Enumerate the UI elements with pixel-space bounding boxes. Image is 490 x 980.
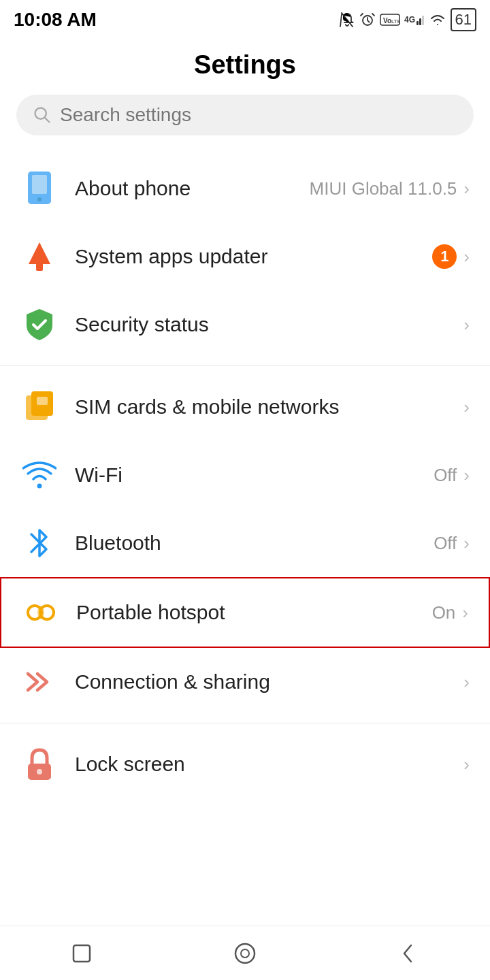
group-display: Lock screen › xyxy=(0,723,490,798)
settings-item-bluetooth[interactable]: Bluetooth Off › xyxy=(0,509,490,577)
search-bar[interactable] xyxy=(16,95,474,135)
svg-rect-11 xyxy=(32,175,47,194)
group-system: About phone MIUI Global 11.0.5 › System … xyxy=(0,154,490,359)
hotspot-icon xyxy=(22,593,60,632)
svg-point-25 xyxy=(241,949,249,958)
settings-item-about-phone[interactable]: About phone MIUI Global 11.0.5 › xyxy=(0,154,490,223)
search-bar-container xyxy=(0,95,490,154)
svg-point-24 xyxy=(235,944,255,963)
svg-point-12 xyxy=(37,197,42,201)
wifi-icon xyxy=(20,456,59,494)
sim-icon xyxy=(20,388,59,426)
back-icon xyxy=(396,941,421,966)
shield-icon xyxy=(20,306,59,344)
svg-point-18 xyxy=(37,484,42,489)
svg-rect-6 xyxy=(419,18,421,25)
connection-chevron: › xyxy=(463,672,470,693)
search-input[interactable] xyxy=(60,104,457,126)
status-time: 10:08 AM xyxy=(14,9,97,31)
hotspot-label: Portable hotspot xyxy=(76,601,225,624)
settings-item-system-apps[interactable]: System apps updater 1 › xyxy=(0,223,490,291)
sim-chevron: › xyxy=(463,397,470,418)
wifi-chevron: › xyxy=(463,465,470,486)
system-apps-badge: 1 xyxy=(432,244,457,269)
svg-rect-7 xyxy=(422,16,424,25)
bluetooth-label: Bluetooth xyxy=(75,532,161,555)
recent-apps-button[interactable] xyxy=(65,937,98,970)
page-title: Settings xyxy=(0,37,490,95)
wifi-value: Off xyxy=(434,465,457,486)
back-button[interactable] xyxy=(392,937,425,970)
svg-rect-17 xyxy=(37,397,48,405)
svg-point-22 xyxy=(37,769,42,774)
system-apps-label: System apps updater xyxy=(75,245,268,268)
bottom-nav xyxy=(0,926,490,980)
search-icon xyxy=(33,105,52,125)
phone-icon xyxy=(20,169,59,208)
alarm-icon xyxy=(359,12,376,28)
lock-icon xyxy=(20,745,59,783)
home-icon xyxy=(233,941,257,966)
svg-text:LTE: LTE xyxy=(391,18,400,24)
svg-line-9 xyxy=(45,118,49,122)
settings-item-lock-screen[interactable]: Lock screen › xyxy=(0,730,490,798)
svg-rect-23 xyxy=(74,945,90,962)
settings-item-wifi[interactable]: Wi-Fi Off › xyxy=(0,441,490,509)
bluetooth-chevron: › xyxy=(463,533,470,554)
about-phone-label: About phone xyxy=(75,177,191,200)
connection-label: Connection & sharing xyxy=(75,670,270,693)
connection-icon xyxy=(20,663,59,701)
sim-label: SIM cards & mobile networks xyxy=(75,395,339,419)
signal-icon: 4G xyxy=(404,12,425,28)
group-network: SIM cards & mobile networks › Wi-Fi Off xyxy=(0,365,490,716)
battery-icon: 61 xyxy=(451,8,476,31)
lock-screen-label: Lock screen xyxy=(75,753,185,776)
recent-apps-icon xyxy=(69,941,94,966)
system-apps-chevron: › xyxy=(463,246,470,267)
settings-list: About phone MIUI Global 11.0.5 › System … xyxy=(0,154,490,798)
wifi-label: Wi-Fi xyxy=(75,463,122,487)
settings-item-hotspot[interactable]: Portable hotspot On › xyxy=(0,577,490,648)
svg-text:Vo: Vo xyxy=(383,17,391,24)
hotspot-chevron: › xyxy=(462,602,468,623)
security-chevron: › xyxy=(463,314,470,336)
about-phone-chevron: › xyxy=(463,178,470,199)
about-phone-value: MIUI Global 11.0.5 xyxy=(310,178,457,199)
home-button[interactable] xyxy=(229,937,261,970)
wifi-status-icon xyxy=(429,12,446,28)
svg-text:4G: 4G xyxy=(404,15,415,24)
bluetooth-icon xyxy=(20,524,59,562)
lock-screen-chevron: › xyxy=(463,754,470,775)
status-icons: Vo LTE 4G 61 xyxy=(339,8,476,31)
battery-level: 61 xyxy=(455,11,472,28)
volte-icon: Vo LTE xyxy=(380,12,400,28)
svg-rect-14 xyxy=(36,263,43,271)
security-label: Security status xyxy=(75,313,209,336)
settings-item-connection[interactable]: Connection & sharing › xyxy=(0,648,490,716)
settings-item-sim[interactable]: SIM cards & mobile networks › xyxy=(0,373,490,441)
mute-icon xyxy=(339,12,355,28)
hotspot-value: On xyxy=(432,602,456,623)
svg-rect-5 xyxy=(416,21,419,25)
bluetooth-value: Off xyxy=(434,533,457,554)
status-bar: 10:08 AM Vo LTE 4G xyxy=(0,0,490,37)
settings-item-security[interactable]: Security status › xyxy=(0,291,490,359)
svg-marker-13 xyxy=(29,242,50,264)
arrow-up-icon xyxy=(20,238,59,276)
